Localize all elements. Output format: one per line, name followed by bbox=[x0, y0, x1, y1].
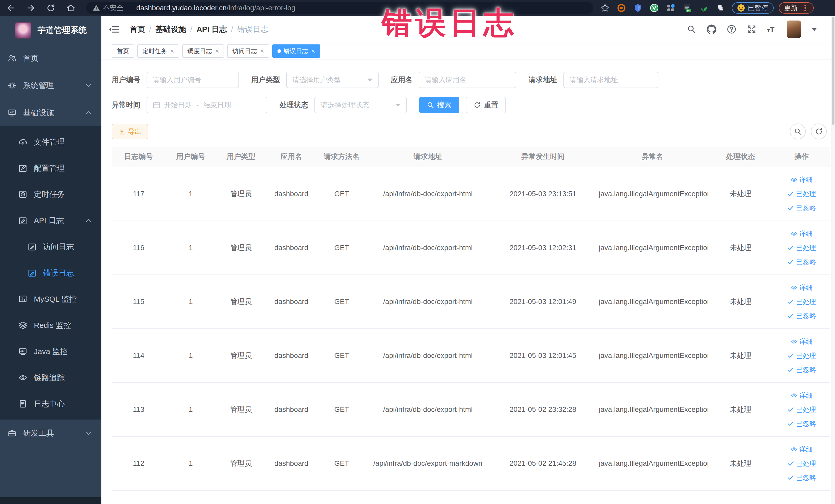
sidebar-item-file-management[interactable]: 文件管理 bbox=[0, 129, 101, 155]
process-status-select[interactable]: 请选择处理状态 bbox=[314, 97, 407, 113]
bookmark-star-icon[interactable] bbox=[600, 3, 610, 13]
address-bar[interactable]: 不安全 dashboard.yudao.iocoder.cn /infra/lo… bbox=[86, 2, 593, 14]
sidebar-item-label: 链路追踪 bbox=[34, 372, 65, 383]
table-row: 115 1 管理员 dashboard GET /api/infra/db-do… bbox=[111, 275, 830, 329]
tab-close-icon[interactable]: × bbox=[170, 48, 174, 55]
mark-ignored-link[interactable]: 已忽略 bbox=[787, 258, 816, 266]
sidebar-item-config-management[interactable]: 配置管理 bbox=[0, 155, 101, 181]
fullscreen-icon[interactable] bbox=[747, 24, 756, 34]
detail-link[interactable]: 详细 bbox=[791, 445, 813, 454]
app-logo-row[interactable]: 芋道管理系统 bbox=[0, 16, 101, 45]
breadcrumb-infrastructure[interactable]: 基础设施 bbox=[155, 24, 186, 35]
sidebar-item-scheduled-tasks[interactable]: 定时任务 bbox=[0, 181, 101, 207]
export-button[interactable]: 导出 bbox=[111, 124, 148, 139]
tab-dispatch-log[interactable]: 调度日志 × bbox=[182, 44, 224, 58]
sidebar-item-error-log[interactable]: 错误日志 bbox=[0, 260, 101, 286]
search-icon bbox=[794, 127, 802, 135]
sidebar-item-log-center[interactable]: 日志中心 bbox=[0, 391, 101, 417]
sidebar-item-infrastructure[interactable]: 基础设施 bbox=[0, 99, 101, 126]
mark-ignored-link[interactable]: 已忽略 bbox=[787, 419, 816, 428]
browser-menu-kebab-icon[interactable] bbox=[802, 4, 809, 12]
sidebar-item-label: API 日志 bbox=[34, 216, 64, 226]
mark-processed-link[interactable]: 已处理 bbox=[787, 351, 816, 360]
tab-home[interactable]: 首页 bbox=[111, 44, 134, 58]
extension-green-v-icon[interactable] bbox=[650, 3, 659, 13]
tab-close-icon[interactable]: × bbox=[215, 48, 219, 55]
mark-processed-link[interactable]: 已处理 bbox=[787, 243, 816, 253]
user-menu-caret-icon[interactable] bbox=[811, 28, 817, 31]
mark-ignored-link[interactable]: 已忽略 bbox=[787, 311, 816, 320]
browser-reload-icon[interactable] bbox=[46, 3, 56, 13]
mark-processed-link[interactable]: 已处理 bbox=[787, 405, 816, 414]
detail-link[interactable]: 详细 bbox=[791, 175, 813, 184]
sidebar-item-label: 访问日志 bbox=[43, 242, 74, 252]
extension-on-badge-icon[interactable]: on bbox=[683, 3, 692, 13]
sidebar-item-system-management[interactable]: 系统管理 bbox=[0, 72, 101, 99]
browser-update-button[interactable]: 更新 bbox=[779, 2, 814, 14]
search-icon[interactable] bbox=[687, 24, 696, 34]
mark-processed-link[interactable]: 已处理 bbox=[787, 459, 816, 468]
tab-label: 调度日志 bbox=[187, 47, 212, 55]
page-scrollbar[interactable] bbox=[831, 16, 835, 504]
tab-access-log[interactable]: 访问日志 × bbox=[227, 44, 269, 58]
help-icon[interactable] bbox=[727, 24, 736, 34]
sidebar-item-trace[interactable]: 链路追踪 bbox=[0, 365, 101, 391]
browser-forward-icon[interactable] bbox=[26, 3, 36, 13]
toggle-search-button[interactable] bbox=[790, 123, 806, 139]
extension-blue-shield-icon[interactable] bbox=[633, 3, 643, 13]
exception-time-range-picker[interactable]: 开始日期 - 结束日期 bbox=[147, 97, 267, 113]
tab-error-log[interactable]: 错误日志 × bbox=[272, 44, 320, 58]
cell-app-name: dashboard bbox=[266, 351, 317, 360]
mark-processed-link[interactable]: 已处理 bbox=[787, 189, 816, 199]
url-path: /infra/log/api-error-log bbox=[227, 4, 296, 12]
mark-ignored-link[interactable]: 已忽略 bbox=[787, 473, 816, 482]
tab-close-icon[interactable]: × bbox=[260, 48, 264, 55]
user-id-input[interactable]: 请输入用户编号 bbox=[147, 72, 239, 88]
breadcrumb-api-log[interactable]: API 日志 bbox=[197, 24, 227, 35]
cell-time: 2021-05-02 21:45:28 bbox=[489, 459, 597, 467]
breadcrumb-home[interactable]: 首页 bbox=[130, 24, 145, 35]
user-avatar[interactable] bbox=[787, 21, 801, 38]
sidebar-item-home[interactable]: 首页 bbox=[0, 45, 101, 72]
detail-link[interactable]: 详细 bbox=[791, 229, 813, 238]
search-button[interactable]: 搜索 bbox=[419, 97, 459, 113]
table-header-row: 日志编号 用户编号 用户类型 应用名 请求方法名 请求地址 异常发生时间 异常名… bbox=[111, 147, 830, 167]
user-type-label: 用户类型 bbox=[251, 75, 280, 85]
extension-sprout-icon[interactable] bbox=[699, 3, 708, 13]
sidebar-item-api-log[interactable]: API 日志 bbox=[0, 207, 101, 234]
user-type-select[interactable]: 请选择用户类型 bbox=[286, 72, 379, 88]
sidebar-collapse-icon[interactable] bbox=[108, 24, 120, 35]
detail-link[interactable]: 详细 bbox=[791, 283, 813, 292]
app-name-input[interactable]: 请输入应用名 bbox=[419, 72, 516, 88]
sidebar-item-redis-monitor[interactable]: Redis 监控 bbox=[0, 312, 101, 338]
tab-scheduled-tasks[interactable]: 定时任务 × bbox=[137, 44, 179, 58]
svg-text:T: T bbox=[767, 29, 770, 33]
extension-orange-ring-icon[interactable] bbox=[617, 3, 626, 13]
font-size-icon[interactable]: TT bbox=[767, 24, 776, 34]
app-title: 芋道管理系统 bbox=[38, 25, 87, 36]
extension-puzzle-icon[interactable] bbox=[715, 3, 725, 13]
browser-home-icon[interactable] bbox=[66, 3, 76, 13]
reset-button[interactable]: 重置 bbox=[466, 97, 506, 113]
extension-grid-drop-icon[interactable] bbox=[666, 3, 675, 13]
tab-paused-badge[interactable]: 已暂停 bbox=[732, 2, 774, 14]
tab-close-icon[interactable]: × bbox=[311, 48, 315, 55]
scrollbar-thumb[interactable] bbox=[832, 17, 834, 125]
github-icon[interactable] bbox=[707, 24, 716, 34]
request-url-input[interactable]: 请输入请求地址 bbox=[564, 72, 658, 88]
detail-link[interactable]: 详细 bbox=[791, 337, 813, 346]
mark-ignored-link[interactable]: 已忽略 bbox=[787, 365, 816, 374]
sidebar-item-mysql-monitor[interactable]: MySQL 监控 bbox=[0, 286, 101, 312]
sidebar-item-dev-tools[interactable]: 研发工具 bbox=[0, 420, 101, 447]
refresh-table-button[interactable] bbox=[811, 123, 827, 139]
sidebar-item-java-monitor[interactable]: Java 监控 bbox=[0, 338, 101, 365]
column-header-user-type: 用户类型 bbox=[216, 152, 266, 161]
url-host: dashboard.yudao.iocoder.cn bbox=[136, 4, 227, 12]
sidebar-item-access-log[interactable]: 访问日志 bbox=[0, 234, 101, 260]
cell-log-id: 114 bbox=[111, 351, 166, 360]
detail-link[interactable]: 详细 bbox=[791, 391, 813, 400]
mark-ignored-link[interactable]: 已忽略 bbox=[787, 204, 816, 213]
browser-back-icon[interactable] bbox=[6, 3, 15, 13]
sidebar: 芋道管理系统 首页 系统管理 基础设施 文件管理 配置管理 定时任务 API 日… bbox=[0, 16, 101, 504]
mark-processed-link[interactable]: 已处理 bbox=[787, 297, 816, 306]
